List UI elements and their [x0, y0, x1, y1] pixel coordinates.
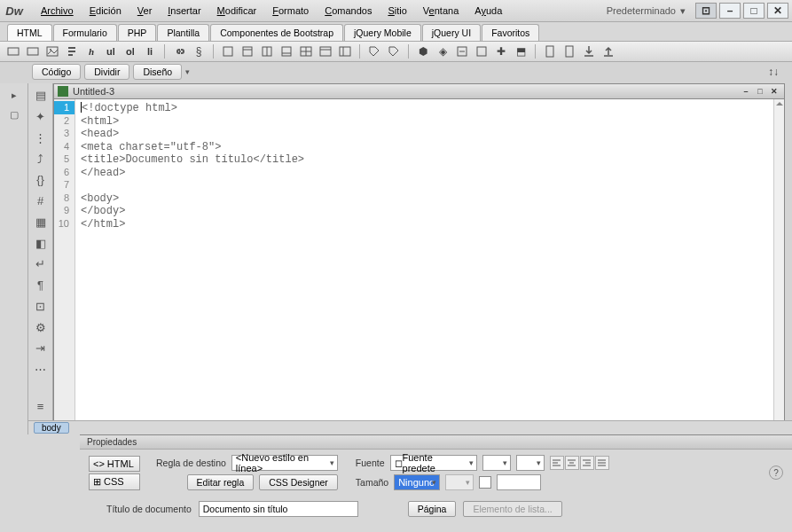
editor-titlebar[interactable]: Untitled-3 – □ ✕ — [53, 83, 785, 99]
struct-icon-2[interactable] — [239, 43, 255, 59]
font-weight-select[interactable] — [516, 455, 545, 471]
tab-jquery-ui[interactable]: jQuery UI — [422, 24, 481, 41]
menu-comandos[interactable]: Comandos — [318, 3, 379, 19]
edit-rule-button[interactable]: Editar regla — [187, 474, 255, 490]
link-icon[interactable] — [171, 43, 187, 59]
expand-icon[interactable]: ▸ — [5, 87, 23, 103]
rule-select[interactable]: <Nuevo estilo en línea> — [231, 455, 338, 471]
ul-icon[interactable]: ul — [103, 43, 119, 59]
syntax-icon[interactable]: ◧ — [33, 236, 49, 250]
view-code-button[interactable]: Código — [32, 64, 81, 80]
tab-php[interactable]: PHP — [118, 24, 157, 41]
expand-all-icon[interactable]: ⋮ — [33, 131, 49, 145]
comment-icon[interactable]: ⊡ — [33, 300, 49, 314]
help-icon[interactable]: ? — [769, 466, 783, 480]
hidden-chars-icon[interactable]: ¶ — [33, 278, 49, 293]
struct-icon-4[interactable] — [278, 43, 294, 59]
align-center-icon[interactable] — [565, 456, 579, 470]
tag-icon-2[interactable] — [386, 43, 402, 59]
font-select[interactable]: ◻ Fuente predete — [390, 455, 477, 471]
size-select[interactable]: Ninguno — [394, 474, 440, 490]
download-icon[interactable] — [581, 43, 597, 59]
doc-title-input[interactable] — [199, 501, 358, 517]
word-wrap-icon[interactable]: ↵ — [33, 257, 49, 271]
tab-favoritos[interactable]: Favoritos — [482, 24, 539, 41]
comp-icon-2[interactable] — [454, 43, 470, 59]
tab-formulario[interactable]: Formulario — [53, 24, 117, 41]
tab-bootstrap[interactable]: Componentes de Bootstrap — [210, 24, 343, 41]
collapse-icon[interactable]: ✦ — [33, 110, 49, 124]
doc-minimize-button[interactable]: – — [740, 86, 752, 97]
code-editor[interactable]: <!doctype html> <html> <head> <meta char… — [75, 99, 773, 430]
align-right-icon[interactable] — [580, 456, 594, 470]
div-icon-2[interactable] — [25, 43, 41, 59]
color-input[interactable] — [497, 474, 541, 490]
page-button[interactable]: Página — [408, 501, 457, 517]
li-icon[interactable]: li — [142, 43, 158, 59]
struct-icon-1[interactable] — [220, 43, 236, 59]
table-icon-3[interactable] — [337, 43, 353, 59]
div-icon[interactable] — [5, 43, 21, 59]
image-icon[interactable] — [44, 43, 60, 59]
tag-body-chip[interactable]: body — [34, 422, 69, 434]
vertical-scrollbar[interactable] — [773, 99, 784, 430]
doc-close-button[interactable]: ✕ — [768, 86, 780, 97]
menu-formato[interactable]: Formato — [265, 3, 316, 19]
mode-css-button[interactable]: ⊞CSS — [89, 473, 140, 490]
menu-archivo[interactable]: Archivo — [34, 3, 81, 19]
tag-icon[interactable] — [366, 43, 382, 59]
workspace-selector[interactable]: Predeterminado ▾ — [600, 5, 693, 17]
menu-sitio[interactable]: Sitio — [380, 3, 413, 19]
sort-icon[interactable]: ↕↓ — [765, 64, 781, 80]
script-icon[interactable]: ⬢ — [415, 43, 431, 59]
table-icon-1[interactable] — [298, 43, 314, 59]
struct-icon-3[interactable] — [259, 43, 275, 59]
indent-icon[interactable]: ⇥ — [33, 341, 49, 356]
heading-icon[interactable]: h — [83, 43, 99, 59]
ol-icon[interactable]: ol — [122, 43, 138, 59]
upload-icon[interactable] — [600, 43, 616, 59]
more-icon[interactable]: ⚙ — [33, 320, 49, 334]
tab-jquery-mobile[interactable]: jQuery Mobile — [344, 24, 421, 41]
close-button[interactable]: ✕ — [767, 3, 788, 19]
view-design-button[interactable]: Diseño — [133, 64, 182, 80]
page-icon-2[interactable] — [561, 43, 577, 59]
balance-braces-icon[interactable]: {} — [33, 173, 49, 187]
sync-settings-icon[interactable]: ⊡ — [695, 3, 717, 19]
mode-html-button[interactable]: <>HTML — [89, 456, 140, 472]
comp-icon-3[interactable] — [474, 43, 490, 59]
highlight-icon[interactable]: ▦ — [33, 215, 49, 230]
menu-ver[interactable]: Ver — [130, 3, 160, 19]
select-parent-icon[interactable]: ⤴ — [33, 152, 49, 166]
doc-maximize-button[interactable]: □ — [754, 86, 766, 97]
align-left-icon[interactable] — [550, 456, 564, 470]
char-icon[interactable]: § — [191, 43, 207, 59]
menu-modificar[interactable]: Modificar — [210, 3, 264, 19]
maximize-button[interactable]: □ — [743, 3, 765, 19]
line-numbers-icon[interactable]: # — [33, 194, 49, 208]
minimize-button[interactable]: – — [719, 3, 741, 19]
comp-icon-4[interactable]: ⬒ — [513, 43, 529, 59]
menu-ventana[interactable]: Ventana — [416, 3, 466, 19]
properties-header[interactable]: Propiedades — [80, 435, 792, 450]
menu-ayuda[interactable]: Ayuda — [467, 3, 509, 19]
tab-plantilla[interactable]: Plantilla — [157, 24, 209, 41]
font-style-select[interactable] — [482, 455, 511, 471]
comp-icon-1[interactable]: ◈ — [435, 43, 451, 59]
page-icon-1[interactable] — [542, 43, 558, 59]
tab-html[interactable]: HTML — [7, 24, 52, 41]
puzzle-icon[interactable]: ✚ — [493, 43, 509, 59]
format-icon[interactable]: ≡ — [33, 400, 49, 414]
size-unit-select[interactable] — [445, 474, 474, 490]
align-justify-icon[interactable] — [595, 456, 609, 470]
css-designer-button[interactable]: CSS Designer — [259, 474, 338, 490]
open-docs-icon[interactable]: ▤ — [33, 89, 49, 103]
table-icon-2[interactable] — [318, 43, 333, 59]
color-swatch[interactable] — [479, 476, 491, 489]
menu-edicion[interactable]: Edición — [82, 3, 129, 19]
menu-insertar[interactable]: Insertar — [161, 3, 208, 19]
view-split-button[interactable]: Dividir — [84, 64, 129, 80]
file-icon[interactable]: ▢ — [5, 106, 23, 122]
recent-icon[interactable]: ⋯ — [33, 363, 49, 377]
paragraph-icon[interactable] — [64, 43, 80, 59]
